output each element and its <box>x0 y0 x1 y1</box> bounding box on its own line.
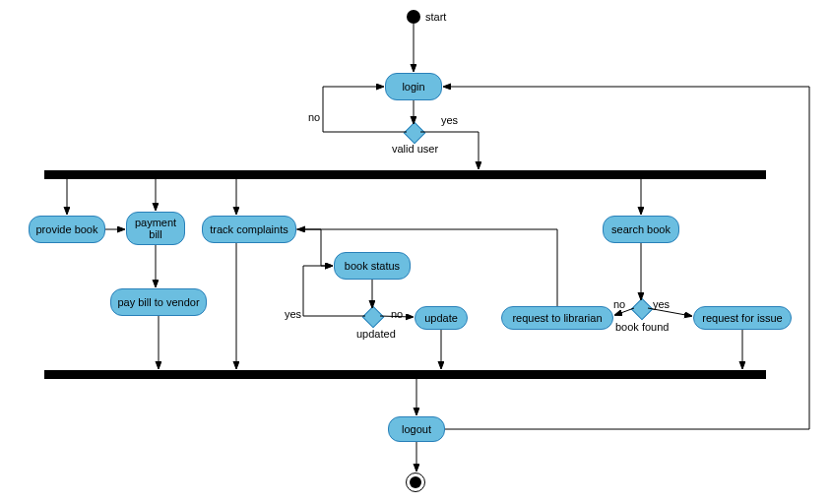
start-label: start <box>425 11 446 23</box>
payment-bill-node: payment bill <box>126 212 185 245</box>
book-found-decision <box>631 298 654 321</box>
start-node <box>407 10 420 24</box>
request-issue-node: request for issue <box>693 306 792 330</box>
join-bar <box>44 370 766 379</box>
track-complaints-text: track complaints <box>210 223 288 235</box>
login-node: login <box>385 73 442 100</box>
update-node: update <box>415 306 468 330</box>
logout-text: logout <box>402 423 431 435</box>
logout-node: logout <box>388 416 445 442</box>
yes3-label: yes <box>653 298 670 310</box>
valid-user-decision <box>404 122 426 145</box>
login-text: login <box>402 81 424 93</box>
update-text: update <box>424 312 458 324</box>
request-librarian-text: request to librarian <box>512 312 602 324</box>
track-complaints-node: track complaints <box>202 216 296 243</box>
end-node <box>406 472 425 492</box>
no3-label: no <box>613 298 625 310</box>
payment-bill-text: payment bill <box>135 217 176 240</box>
book-status-text: book status <box>345 260 400 272</box>
provide-book-text: provide book <box>36 223 98 235</box>
search-book-text: search book <box>611 223 671 235</box>
no2-label: no <box>391 308 403 320</box>
valid-user-label: valid user <box>392 143 438 155</box>
pay-bill-vendor-node: pay bill to vendor <box>110 288 207 316</box>
fork-bar <box>44 170 766 179</box>
updated-label: updated <box>356 328 396 340</box>
search-book-node: search book <box>603 216 679 243</box>
book-status-node: book status <box>334 252 411 280</box>
request-issue-text: request for issue <box>702 312 782 324</box>
provide-book-node: provide book <box>29 216 105 243</box>
no1-label: no <box>308 111 320 123</box>
pay-bill-vendor-text: pay bill to vendor <box>117 296 199 308</box>
book-found-label: book found <box>615 321 669 333</box>
yes2-label: yes <box>285 308 301 320</box>
updated-decision <box>362 306 385 329</box>
end-node-inner <box>410 476 421 488</box>
request-librarian-node: request to librarian <box>501 306 613 330</box>
yes1-label: yes <box>441 114 458 126</box>
